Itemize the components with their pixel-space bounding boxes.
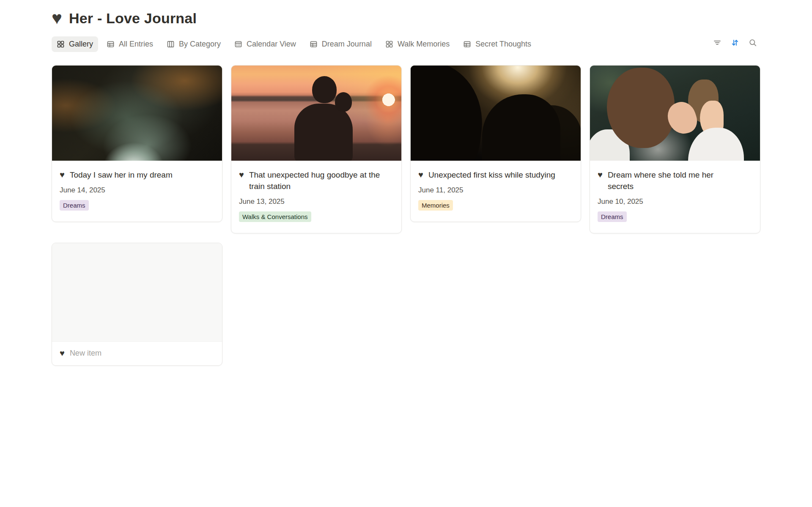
card-date: June 10, 2025 [598, 197, 752, 206]
tab-by-category[interactable]: By Category [162, 36, 226, 52]
category-tag: Walks & Conversations [239, 211, 311, 222]
heart-icon: ♥ [598, 169, 603, 180]
tab-label: By Category [179, 40, 221, 49]
tab-label: Gallery [69, 40, 93, 49]
page-title: Her - Love Journal [69, 10, 197, 27]
gallery-grid: ♥ Today I saw her in my dream June 14, 2… [52, 65, 760, 366]
journal-card-dream-1[interactable]: ♥ Today I saw her in my dream June 14, 2… [52, 65, 222, 222]
kids-whisper-photo [590, 66, 760, 161]
card-title: That unexpected hug goodbye at the train… [249, 169, 381, 192]
new-item-label: New item [70, 349, 102, 358]
tab-walk-memories[interactable]: Walk Memories [380, 36, 455, 52]
table-icon [107, 40, 115, 48]
card-title: Dream where she told me her secrets [608, 169, 740, 192]
view-toolbar: Gallery All Entries By Category Calendar… [52, 36, 760, 52]
card-body: ♥ That unexpected hug goodbye at the tra… [231, 161, 401, 233]
table-icon [463, 40, 471, 48]
card-date: June 14, 2025 [60, 186, 214, 195]
category-tag: Dreams [60, 200, 89, 211]
tab-label: Calendar View [247, 40, 296, 49]
card-body: ♥ Today I saw her in my dream June 14, 2… [52, 161, 222, 222]
card-body: ♥ Unexpected first kiss while studying J… [411, 161, 581, 222]
gallery-grid-icon [57, 40, 65, 48]
heart-icon: ♥ [60, 169, 65, 180]
tab-gallery[interactable]: Gallery [52, 36, 98, 52]
board-columns-icon [167, 40, 175, 48]
heart-icon: ♥ [60, 348, 65, 359]
tab-all-entries[interactable]: All Entries [102, 36, 158, 52]
tab-dream-journal[interactable]: Dream Journal [304, 36, 377, 52]
page-header: ♥ Her - Love Journal [52, 9, 760, 27]
new-item-cover-placeholder [52, 243, 222, 342]
category-tag: Memories [418, 200, 453, 211]
new-item-footer: ♥ New item [52, 342, 222, 365]
tab-secret-thoughts[interactable]: Secret Thoughts [458, 36, 536, 52]
tab-label: Walk Memories [398, 40, 450, 49]
silhouette-kiss-photo [411, 66, 581, 161]
love-journal-page: ♥ Her - Love Journal Gallery All Entries [0, 0, 812, 366]
table-icon [310, 40, 318, 48]
heart-icon: ♥ [239, 169, 244, 180]
view-tabs: Gallery All Entries By Category Calendar… [52, 36, 536, 52]
tab-calendar-view[interactable]: Calendar View [229, 36, 301, 52]
toolbar-actions [711, 36, 759, 49]
journal-card-dream-2[interactable]: ♥ Dream where she told me her secrets Ju… [590, 65, 760, 233]
heart-icon: ♥ [418, 169, 423, 180]
tab-label: Secret Thoughts [475, 40, 531, 49]
card-date: June 11, 2025 [418, 186, 573, 195]
new-item-card[interactable]: ♥ New item [52, 243, 222, 366]
heart-icon: ♥ [52, 9, 62, 27]
tab-label: Dream Journal [322, 40, 372, 49]
filter-icon[interactable] [711, 36, 724, 49]
gallery-grid-icon [385, 40, 393, 48]
sunset-hug-photo [231, 66, 401, 161]
card-date: June 13, 2025 [239, 197, 394, 206]
category-tag: Dreams [598, 211, 627, 222]
calendar-icon [234, 40, 242, 48]
journal-card-hug[interactable]: ♥ That unexpected hug goodbye at the tra… [231, 65, 402, 233]
sort-icon[interactable] [729, 36, 741, 49]
card-title: Unexpected first kiss while studying [428, 169, 555, 181]
card-title: Today I saw her in my dream [70, 169, 173, 181]
journal-card-kiss[interactable]: ♥ Unexpected first kiss while studying J… [410, 65, 581, 222]
tab-label: All Entries [119, 40, 153, 49]
card-body: ♥ Dream where she told me her secrets Ju… [590, 161, 760, 233]
search-icon[interactable] [746, 36, 759, 49]
nebula-dream-photo [52, 66, 222, 161]
